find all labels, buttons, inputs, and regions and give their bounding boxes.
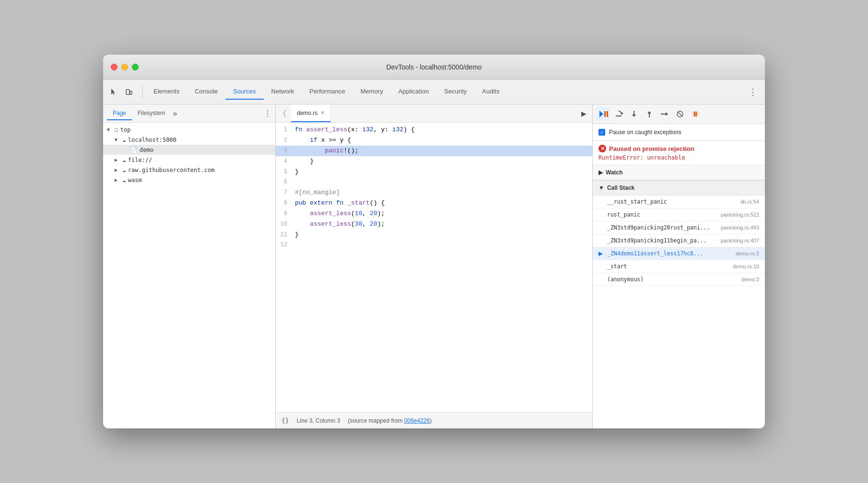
- format-button[interactable]: {}: [282, 417, 289, 424]
- tab-performance[interactable]: Performance: [302, 84, 352, 100]
- watch-arrow: ▶: [598, 169, 603, 176]
- error-icon: ✕: [598, 145, 606, 152]
- watch-section: ▶ Watch: [593, 165, 765, 181]
- tab-memory[interactable]: Memory: [353, 84, 391, 100]
- tab-filesystem[interactable]: Filesystem: [132, 107, 171, 120]
- panel-options[interactable]: ⋮: [264, 109, 271, 118]
- tree-item-demo[interactable]: 📄 demo: [103, 145, 275, 155]
- svg-rect-1: [130, 91, 132, 94]
- code-line-12: 12: [276, 240, 592, 250]
- title-bar: DevTools - localhost:5000/demo: [103, 55, 765, 80]
- tab-security[interactable]: Security: [436, 84, 474, 100]
- call-stack-item-zn3std-panicking11[interactable]: _ZN3std9panicking11begin_pa... panicking…: [593, 234, 765, 247]
- editor-tab-close[interactable]: ✕: [320, 110, 325, 116]
- code-line-1: 1 fn assert_less(x: i32, y: i32) {: [276, 125, 592, 135]
- svg-marker-5: [622, 112, 623, 115]
- source-map-link[interactable]: 006e4226: [404, 417, 430, 424]
- code-line-5: 5 }: [276, 167, 592, 177]
- pause-caught-label: Pause on caught exceptions: [609, 129, 681, 136]
- source-mapped-label: (source mapped from 006e4226): [348, 417, 432, 424]
- step-into-button[interactable]: [627, 107, 641, 121]
- main-toolbar: Elements Console Sources Network Perform…: [103, 80, 765, 104]
- call-stack-header[interactable]: ▼ Call Stack: [593, 181, 765, 196]
- code-line-2: 2 if x >= y {: [276, 135, 592, 146]
- center-panel: 〈 demo.rs ✕ ▶ 1 fn assert_less(x: i32, y…: [276, 104, 592, 428]
- pause-caught-checkbox[interactable]: ✓: [598, 129, 605, 136]
- tree-item-wasm[interactable]: ▶ ☁ wasm: [103, 175, 275, 185]
- code-line-11: 11 }: [276, 230, 592, 240]
- maximize-button[interactable]: [132, 64, 139, 70]
- tab-sources[interactable]: Sources: [225, 84, 264, 100]
- code-line-6: 6: [276, 177, 592, 187]
- code-line-8: 8 pub extern fn _start() {: [276, 198, 592, 208]
- svg-marker-10: [647, 111, 651, 114]
- toolbar-icons: [107, 85, 136, 99]
- more-panel-tabs[interactable]: »: [173, 109, 177, 118]
- svg-marker-8: [632, 115, 636, 117]
- run-snippet-btn[interactable]: ▶: [577, 107, 590, 120]
- code-line-3: 3 panic!();: [276, 146, 592, 156]
- tab-application[interactable]: Application: [391, 84, 437, 100]
- editor-status-bar: {} Line 3, Column 3 (source mapped from …: [276, 412, 592, 428]
- call-stack-item-rust-start-panic[interactable]: __rust_start_panic lib.rs:54: [593, 196, 765, 208]
- file-tree: ▼ ☐ top ▼ ☁ localhost:5000 📄 de: [103, 123, 275, 428]
- svg-rect-16: [694, 112, 695, 116]
- step-over-button[interactable]: [612, 107, 625, 121]
- call-stack-item-zn3std-panicking20[interactable]: _ZN3std9panicking20rust_pani... panickin…: [593, 221, 765, 234]
- tab-audits[interactable]: Audits: [474, 84, 507, 100]
- panel-tabs: Page Filesystem » ⋮: [103, 104, 275, 123]
- tree-item-file[interactable]: ▶ ☁ file://: [103, 155, 275, 165]
- code-line-9: 9 assert_less(10, 20);: [276, 208, 592, 219]
- tab-network[interactable]: Network: [264, 84, 302, 100]
- editor-tabs: 〈 demo.rs ✕ ▶: [276, 104, 592, 123]
- resume-button[interactable]: [597, 107, 610, 121]
- call-stack-item-rust-panic[interactable]: rust_panic panicking.rs:522: [593, 208, 765, 221]
- main-nav-tabs: Elements Console Sources Network Perform…: [146, 84, 745, 100]
- error-title: Paused on promise rejection: [609, 145, 694, 152]
- call-stack-label: Call Stack: [607, 184, 634, 191]
- step-out-button[interactable]: [643, 107, 656, 121]
- navigate-back-btn[interactable]: 〈: [278, 107, 291, 120]
- devtools-window: DevTools - localhost:5000/demo Elements …: [103, 55, 765, 428]
- step-button[interactable]: [658, 107, 671, 121]
- code-editor[interactable]: 1 fn assert_less(x: i32, y: i32) { 2 if …: [276, 123, 592, 412]
- deactivate-breakpoints-button[interactable]: [673, 107, 687, 121]
- editor-tab-filename: demo.rs: [297, 110, 317, 116]
- close-button[interactable]: [111, 64, 117, 70]
- left-panel: Page Filesystem » ⋮ ▼ ☐ top ▼ ☁ localhos…: [103, 104, 276, 428]
- pause-exceptions: ✓ Pause on caught exceptions: [593, 124, 765, 140]
- tab-page[interactable]: Page: [107, 107, 132, 120]
- call-stack-arrow: ▼: [598, 184, 604, 191]
- code-line-10: 10 assert_less(30, 20);: [276, 219, 592, 230]
- svg-line-14: [678, 112, 682, 116]
- call-stack-item-anonymous[interactable]: (anonymous) demo:3: [593, 273, 765, 286]
- tree-item-localhost[interactable]: ▼ ☁ localhost:5000: [103, 135, 275, 145]
- svg-rect-4: [607, 111, 608, 117]
- call-stack-item-zn4demo-assert-less[interactable]: ▶ _ZN4demo11assert_less17hc8... demo.rs:…: [593, 247, 765, 260]
- pause-exceptions-button[interactable]: [689, 107, 702, 121]
- call-stack-section: ▼ Call Stack __rust_start_panic lib.rs:5…: [593, 181, 765, 428]
- traffic-lights: [111, 64, 139, 70]
- editor-tab-demo-rs[interactable]: demo.rs ✕: [291, 104, 331, 122]
- error-title-row: ✕ Paused on promise rejection: [598, 145, 759, 152]
- more-tabs-button[interactable]: ⋮: [745, 87, 761, 97]
- tab-console[interactable]: Console: [187, 84, 225, 100]
- pause-on-exceptions-section: ✓ Pause on caught exceptions: [593, 124, 765, 141]
- tree-item-raw-github[interactable]: ▶ ☁ raw.githubusercontent.com: [103, 165, 275, 175]
- watch-header[interactable]: ▶ Watch: [593, 165, 765, 180]
- main-area: Page Filesystem » ⋮ ▼ ☐ top ▼ ☁ localhos…: [103, 104, 765, 428]
- debug-toolbar: [593, 104, 765, 124]
- cursor-icon[interactable]: [107, 85, 120, 99]
- device-toolbar-icon[interactable]: [122, 85, 136, 99]
- window-title: DevTools - localhost:5000/demo: [386, 63, 481, 71]
- code-line-4: 4 }: [276, 156, 592, 167]
- svg-rect-17: [696, 112, 697, 116]
- minimize-button[interactable]: [121, 64, 128, 70]
- call-stack-item-start[interactable]: _start demo.rs:10: [593, 260, 765, 273]
- pause-exception-row: ✓ Pause on caught exceptions: [598, 129, 759, 136]
- cursor-position: Line 3, Column 3: [297, 417, 340, 424]
- error-message: RuntimeError: unreachable: [598, 152, 759, 161]
- tab-elements[interactable]: Elements: [146, 84, 187, 100]
- svg-point-15: [692, 111, 699, 117]
- tree-item-top[interactable]: ▼ ☐ top: [103, 125, 275, 135]
